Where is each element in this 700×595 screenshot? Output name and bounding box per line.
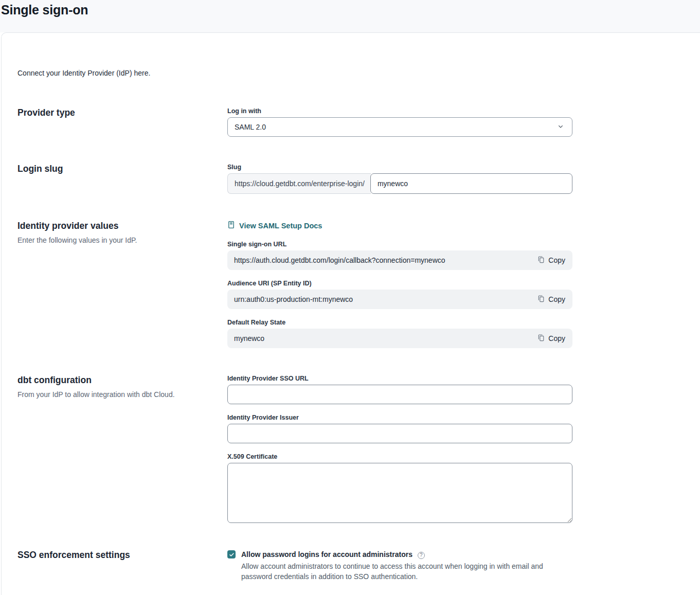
sso-url-value: https://auth.cloud.getdbt.com/login/call… — [234, 256, 445, 264]
copy-label: Copy — [548, 256, 565, 264]
slug-label: Slug — [227, 164, 572, 171]
login-with-selected-value: SAML 2.0 — [235, 123, 266, 131]
allow-password-logins-label: Allow password logins for account admini… — [241, 550, 425, 559]
section-sso-enforcement: SSO enforcement settings Allow password … — [17, 550, 700, 582]
login-with-select[interactable]: SAML 2.0 — [227, 117, 572, 137]
copy-relay-state-button[interactable]: Copy — [537, 334, 565, 343]
login-with-label: Log in with — [227, 107, 572, 115]
allow-password-logins-checkbox[interactable] — [227, 550, 236, 558]
document-icon — [227, 221, 235, 230]
audience-uri-label: Audience URI (SP Entity ID) — [227, 280, 572, 287]
copy-sso-url-button[interactable]: Copy — [537, 256, 565, 265]
copy-icon — [537, 256, 545, 265]
section-dbt-configuration: dbt configuration From your IdP to allow… — [17, 375, 700, 523]
page-header: Single sign-on — [0, 0, 700, 32]
relay-state-value-box: mynewco Copy — [227, 329, 572, 348]
copy-label: Copy — [548, 295, 565, 303]
intro-text: Connect your Identity Provider (IdP) her… — [17, 69, 700, 77]
section-provider-type: Provider type Log in with SAML 2.0 — [17, 107, 700, 137]
copy-icon — [537, 295, 545, 304]
sso-enforcement-heading: SSO enforcement settings — [17, 550, 227, 561]
x509-certificate-label: X.509 Certificate — [227, 453, 572, 461]
idp-sso-url-input[interactable] — [227, 385, 572, 404]
idp-values-subtitle: Enter the following values in your IdP. — [17, 236, 227, 244]
idp-issuer-label: Identity Provider Issuer — [227, 414, 572, 422]
sso-url-label: Single sign-on URL — [227, 241, 572, 248]
copy-audience-uri-button[interactable]: Copy — [537, 295, 565, 304]
copy-icon — [537, 334, 545, 343]
page-title: Single sign-on — [1, 2, 700, 17]
relay-state-label: Default Relay State — [227, 319, 572, 327]
allow-password-logins-description: Allow account administrators to continue… — [241, 561, 563, 582]
dbt-config-subtitle: From your IdP to allow integration with … — [17, 390, 227, 399]
content-card: Connect your Identity Provider (IdP) her… — [1, 32, 700, 595]
slug-url-prefix: https://cloud.getdbt.com/enterprise-logi… — [227, 173, 371, 194]
idp-issuer-input[interactable] — [227, 424, 572, 443]
dbt-config-heading: dbt configuration — [17, 375, 227, 386]
view-saml-docs-label: View SAML Setup Docs — [239, 222, 322, 230]
section-idp-values: Identity provider values Enter the follo… — [17, 221, 700, 348]
chevron-down-icon — [558, 122, 565, 132]
provider-type-heading: Provider type — [17, 107, 227, 118]
login-slug-heading: Login slug — [17, 164, 227, 174]
view-saml-docs-link[interactable]: View SAML Setup Docs — [227, 221, 322, 230]
allow-password-logins-row: Allow password logins for account admini… — [227, 550, 572, 559]
copy-label: Copy — [548, 334, 565, 342]
relay-state-value: mynewco — [234, 334, 264, 342]
help-icon[interactable]: ? — [418, 552, 425, 559]
x509-certificate-textarea[interactable] — [227, 463, 572, 523]
audience-uri-value: urn:auth0:us-production-mt:mynewco — [234, 295, 353, 303]
slug-input[interactable] — [370, 173, 572, 194]
idp-sso-url-label: Identity Provider SSO URL — [227, 375, 572, 383]
slug-group: https://cloud.getdbt.com/enterprise-logi… — [227, 173, 572, 194]
idp-values-heading: Identity provider values — [17, 221, 227, 231]
section-login-slug: Login slug Slug https://cloud.getdbt.com… — [17, 164, 700, 194]
sso-url-value-box: https://auth.cloud.getdbt.com/login/call… — [227, 250, 572, 270]
audience-uri-value-box: urn:auth0:us-production-mt:mynewco Copy — [227, 290, 572, 309]
